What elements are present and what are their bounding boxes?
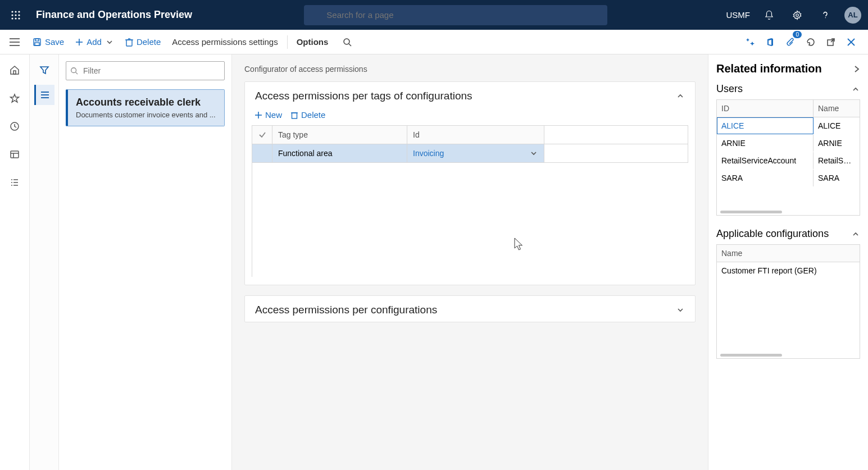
chevron-up-icon [676, 92, 685, 101]
users-cell-name: RetailServiceAccount [814, 152, 860, 169]
scrollbar[interactable] [717, 353, 860, 358]
panel-tags-header[interactable]: Access permissions per tags of configura… [245, 82, 695, 108]
workspaces-icon[interactable] [6, 145, 24, 163]
panel-configs-header[interactable]: Access permissions per configurations [245, 296, 695, 322]
filter-column [30, 54, 59, 470]
add-button[interactable]: Add [70, 35, 120, 49]
header-tag-type[interactable]: Tag type [272, 126, 407, 144]
panel-tags-title: Access permissions per tags of configura… [255, 90, 472, 102]
chevron-up-icon [851, 85, 860, 94]
delete-row-button[interactable]: Delete [291, 110, 325, 120]
app-launcher-icon[interactable] [7, 6, 25, 24]
chevron-up-icon [851, 230, 860, 239]
users-cell-name: ARNIE [814, 135, 860, 152]
chevron-down-icon [676, 305, 685, 314]
svg-point-8 [18, 17, 20, 19]
role-card[interactable]: Accounts receivable clerk Documents cust… [66, 89, 225, 126]
list-view-button[interactable] [34, 85, 54, 105]
users-header-id[interactable]: ID [717, 100, 814, 117]
home-icon[interactable] [6, 61, 24, 79]
svg-rect-30 [13, 71, 16, 74]
save-button[interactable]: Save [27, 35, 70, 49]
cell-tag-type[interactable]: Functional area [272, 144, 407, 163]
select-all-checkbox[interactable] [252, 126, 272, 144]
action-bar: Save Add Delete Access permissions setti… [0, 30, 868, 54]
company-code[interactable]: USMF [726, 10, 751, 20]
options-label: Options [297, 37, 329, 47]
attachments-icon[interactable]: 0 [780, 32, 801, 52]
grid-row[interactable]: Functional area Invoicing [252, 144, 688, 163]
users-cell-name: SARA [814, 170, 860, 186]
settings-icon[interactable] [788, 6, 806, 24]
panel-tags: Access permissions per tags of configura… [244, 81, 696, 285]
users-header-name[interactable]: Name [814, 100, 860, 117]
cell-id-dropdown[interactable]: Invoicing [407, 144, 544, 163]
nav-toggle-button[interactable] [7, 34, 22, 50]
users-section-header[interactable]: Users [716, 83, 860, 95]
svg-point-6 [11, 17, 13, 19]
users-row[interactable]: ARNIE ARNIE [717, 135, 860, 152]
users-cell-id: ALICE [717, 117, 814, 134]
users-row[interactable]: ALICE ALICE [717, 117, 860, 135]
delete-label: Delete [137, 37, 161, 47]
configs-row[interactable]: Customer FTI report (GER) [717, 262, 860, 280]
delete-label: Delete [301, 110, 325, 120]
svg-line-47 [76, 72, 78, 75]
search-action-button[interactable] [337, 32, 357, 52]
svg-line-25 [349, 44, 351, 46]
row-checkbox[interactable] [252, 144, 272, 163]
related-info-pane: Related information Users ID Name ALICE … [708, 54, 868, 470]
panel-configs-title: Access permissions per configurations [255, 304, 437, 316]
scrollbar[interactable] [717, 209, 860, 215]
filter-search-icon [70, 67, 78, 75]
copilot-icon[interactable] [740, 32, 760, 52]
users-grid: ID Name ALICE ALICE ARNIE ARNIE RetailSe… [716, 99, 860, 216]
global-search-input[interactable] [304, 5, 607, 25]
configs-header-name[interactable]: Name [717, 245, 860, 262]
access-permissions-settings-button[interactable]: Access permissions settings [166, 35, 283, 49]
office-icon[interactable] [760, 32, 780, 52]
users-row[interactable]: SARA SARA [717, 170, 860, 187]
left-nav-rail [0, 54, 30, 470]
chevron-right-icon[interactable] [853, 65, 860, 74]
recent-icon[interactable] [6, 117, 24, 135]
users-grid-header: ID Name [717, 100, 860, 117]
new-row-button[interactable]: New [255, 110, 282, 120]
svg-point-4 [15, 14, 16, 16]
filter-input[interactable] [66, 61, 225, 80]
header-id[interactable]: Id [407, 126, 544, 144]
svg-point-24 [344, 39, 349, 44]
save-icon [33, 38, 42, 47]
svg-point-5 [18, 14, 20, 16]
popout-icon[interactable] [821, 32, 841, 52]
tags-grid: Tag type Id Functional area Invoicing [252, 125, 688, 277]
notifications-icon[interactable] [760, 6, 778, 24]
delete-button[interactable]: Delete [120, 35, 166, 49]
plus-icon [75, 38, 83, 46]
svg-rect-18 [35, 43, 39, 45]
role-card-title: Accounts receivable clerk [76, 97, 216, 108]
svg-point-11 [796, 13, 799, 16]
new-label: New [265, 110, 282, 120]
help-icon[interactable] [816, 6, 834, 24]
grid-header-row: Tag type Id [252, 126, 688, 144]
users-row[interactable]: RetailServiceAccount RetailServiceAccoun… [717, 152, 860, 170]
filter-funnel-button[interactable] [34, 60, 54, 80]
options-button[interactable]: Options [291, 35, 334, 49]
svg-rect-21 [126, 40, 132, 46]
svg-marker-42 [40, 67, 48, 74]
svg-point-2 [18, 11, 20, 12]
svg-point-3 [11, 14, 13, 16]
user-avatar[interactable]: AL [844, 7, 861, 24]
page-title: Configurator of access permissions [244, 65, 696, 74]
favorites-icon[interactable] [6, 89, 24, 107]
svg-point-12 [825, 17, 826, 18]
refresh-icon[interactable] [801, 32, 821, 52]
svg-rect-17 [35, 39, 39, 41]
configs-section-header[interactable]: Applicable configurations [716, 228, 860, 240]
svg-rect-50 [292, 113, 297, 118]
close-icon[interactable] [841, 32, 861, 52]
save-label: Save [45, 37, 64, 47]
configs-grid: Name Customer FTI report (GER) [716, 244, 860, 359]
modules-icon[interactable] [6, 174, 24, 191]
